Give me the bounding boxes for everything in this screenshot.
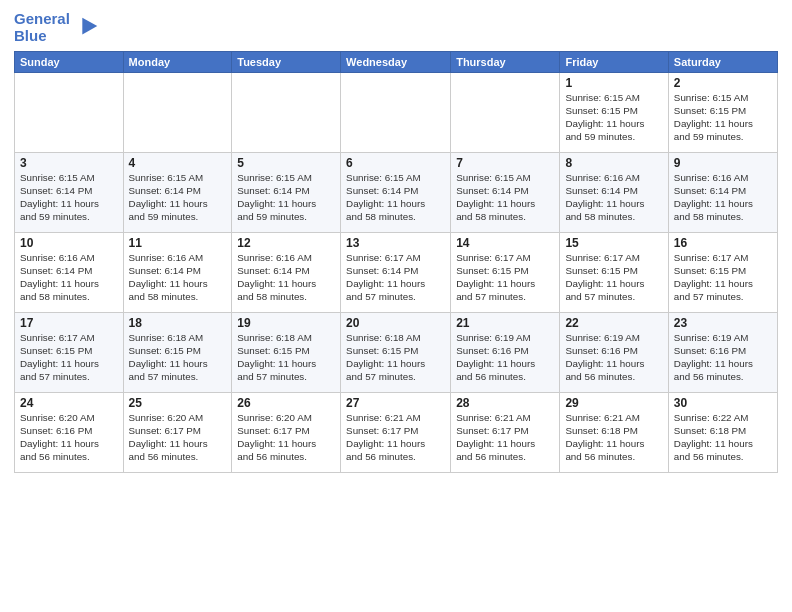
day-info: Sunrise: 6:15 AM Sunset: 6:14 PM Dayligh… — [129, 171, 227, 224]
week-row-0: 1Sunrise: 6:15 AM Sunset: 6:15 PM Daylig… — [15, 72, 778, 152]
day-info: Sunrise: 6:20 AM Sunset: 6:17 PM Dayligh… — [237, 411, 335, 464]
day-number: 29 — [565, 396, 662, 410]
day-number: 4 — [129, 156, 227, 170]
calendar-cell: 21Sunrise: 6:19 AM Sunset: 6:16 PM Dayli… — [451, 312, 560, 392]
day-info: Sunrise: 6:18 AM Sunset: 6:15 PM Dayligh… — [237, 331, 335, 384]
calendar-cell: 15Sunrise: 6:17 AM Sunset: 6:15 PM Dayli… — [560, 232, 668, 312]
day-number: 23 — [674, 316, 772, 330]
calendar-cell: 26Sunrise: 6:20 AM Sunset: 6:17 PM Dayli… — [232, 392, 341, 472]
day-number: 20 — [346, 316, 445, 330]
calendar-cell: 23Sunrise: 6:19 AM Sunset: 6:16 PM Dayli… — [668, 312, 777, 392]
calendar-cell: 19Sunrise: 6:18 AM Sunset: 6:15 PM Dayli… — [232, 312, 341, 392]
day-number: 5 — [237, 156, 335, 170]
logo-general: General — [14, 10, 70, 27]
day-info: Sunrise: 6:16 AM Sunset: 6:14 PM Dayligh… — [674, 171, 772, 224]
week-row-4: 24Sunrise: 6:20 AM Sunset: 6:16 PM Dayli… — [15, 392, 778, 472]
day-info: Sunrise: 6:15 AM Sunset: 6:14 PM Dayligh… — [346, 171, 445, 224]
calendar-cell: 12Sunrise: 6:16 AM Sunset: 6:14 PM Dayli… — [232, 232, 341, 312]
calendar-cell: 11Sunrise: 6:16 AM Sunset: 6:14 PM Dayli… — [123, 232, 232, 312]
calendar-cell — [232, 72, 341, 152]
calendar-cell: 29Sunrise: 6:21 AM Sunset: 6:18 PM Dayli… — [560, 392, 668, 472]
day-number: 12 — [237, 236, 335, 250]
day-info: Sunrise: 6:21 AM Sunset: 6:18 PM Dayligh… — [565, 411, 662, 464]
calendar-cell: 16Sunrise: 6:17 AM Sunset: 6:15 PM Dayli… — [668, 232, 777, 312]
day-info: Sunrise: 6:21 AM Sunset: 6:17 PM Dayligh… — [456, 411, 554, 464]
day-info: Sunrise: 6:18 AM Sunset: 6:15 PM Dayligh… — [346, 331, 445, 384]
logo-text: General Blue — [14, 10, 70, 45]
day-info: Sunrise: 6:18 AM Sunset: 6:15 PM Dayligh… — [129, 331, 227, 384]
day-info: Sunrise: 6:19 AM Sunset: 6:16 PM Dayligh… — [674, 331, 772, 384]
day-number: 17 — [20, 316, 118, 330]
calendar-cell: 25Sunrise: 6:20 AM Sunset: 6:17 PM Dayli… — [123, 392, 232, 472]
weekday-monday: Monday — [123, 51, 232, 72]
day-info: Sunrise: 6:22 AM Sunset: 6:18 PM Dayligh… — [674, 411, 772, 464]
day-number: 14 — [456, 236, 554, 250]
week-row-3: 17Sunrise: 6:17 AM Sunset: 6:15 PM Dayli… — [15, 312, 778, 392]
calendar-cell — [15, 72, 124, 152]
day-info: Sunrise: 6:15 AM Sunset: 6:15 PM Dayligh… — [565, 91, 662, 144]
calendar-cell: 30Sunrise: 6:22 AM Sunset: 6:18 PM Dayli… — [668, 392, 777, 472]
day-info: Sunrise: 6:16 AM Sunset: 6:14 PM Dayligh… — [565, 171, 662, 224]
day-info: Sunrise: 6:16 AM Sunset: 6:14 PM Dayligh… — [20, 251, 118, 304]
calendar-cell: 27Sunrise: 6:21 AM Sunset: 6:17 PM Dayli… — [341, 392, 451, 472]
day-info: Sunrise: 6:15 AM Sunset: 6:14 PM Dayligh… — [456, 171, 554, 224]
calendar-cell: 14Sunrise: 6:17 AM Sunset: 6:15 PM Dayli… — [451, 232, 560, 312]
day-number: 24 — [20, 396, 118, 410]
weekday-row: SundayMondayTuesdayWednesdayThursdayFrid… — [15, 51, 778, 72]
calendar-cell: 28Sunrise: 6:21 AM Sunset: 6:17 PM Dayli… — [451, 392, 560, 472]
day-number: 25 — [129, 396, 227, 410]
logo-blue: Blue — [14, 27, 47, 44]
day-number: 30 — [674, 396, 772, 410]
day-info: Sunrise: 6:17 AM Sunset: 6:15 PM Dayligh… — [565, 251, 662, 304]
calendar-cell: 7Sunrise: 6:15 AM Sunset: 6:14 PM Daylig… — [451, 152, 560, 232]
day-number: 28 — [456, 396, 554, 410]
calendar-cell — [451, 72, 560, 152]
calendar-cell: 2Sunrise: 6:15 AM Sunset: 6:15 PM Daylig… — [668, 72, 777, 152]
day-number: 1 — [565, 76, 662, 90]
calendar-cell: 1Sunrise: 6:15 AM Sunset: 6:15 PM Daylig… — [560, 72, 668, 152]
weekday-wednesday: Wednesday — [341, 51, 451, 72]
calendar-cell: 24Sunrise: 6:20 AM Sunset: 6:16 PM Dayli… — [15, 392, 124, 472]
day-number: 3 — [20, 156, 118, 170]
day-info: Sunrise: 6:19 AM Sunset: 6:16 PM Dayligh… — [565, 331, 662, 384]
day-info: Sunrise: 6:17 AM Sunset: 6:15 PM Dayligh… — [456, 251, 554, 304]
calendar-header: SundayMondayTuesdayWednesdayThursdayFrid… — [15, 51, 778, 72]
logo-icon — [73, 13, 101, 41]
calendar-cell: 10Sunrise: 6:16 AM Sunset: 6:14 PM Dayli… — [15, 232, 124, 312]
week-row-1: 3Sunrise: 6:15 AM Sunset: 6:14 PM Daylig… — [15, 152, 778, 232]
day-number: 18 — [129, 316, 227, 330]
day-info: Sunrise: 6:21 AM Sunset: 6:17 PM Dayligh… — [346, 411, 445, 464]
day-number: 27 — [346, 396, 445, 410]
calendar-cell: 4Sunrise: 6:15 AM Sunset: 6:14 PM Daylig… — [123, 152, 232, 232]
day-number: 2 — [674, 76, 772, 90]
logo: General Blue — [14, 10, 101, 45]
calendar-cell: 22Sunrise: 6:19 AM Sunset: 6:16 PM Dayli… — [560, 312, 668, 392]
day-number: 16 — [674, 236, 772, 250]
day-info: Sunrise: 6:17 AM Sunset: 6:15 PM Dayligh… — [674, 251, 772, 304]
day-info: Sunrise: 6:19 AM Sunset: 6:16 PM Dayligh… — [456, 331, 554, 384]
calendar-cell: 18Sunrise: 6:18 AM Sunset: 6:15 PM Dayli… — [123, 312, 232, 392]
day-number: 6 — [346, 156, 445, 170]
day-number: 13 — [346, 236, 445, 250]
calendar-cell: 3Sunrise: 6:15 AM Sunset: 6:14 PM Daylig… — [15, 152, 124, 232]
calendar-cell: 20Sunrise: 6:18 AM Sunset: 6:15 PM Dayli… — [341, 312, 451, 392]
day-number: 26 — [237, 396, 335, 410]
day-info: Sunrise: 6:16 AM Sunset: 6:14 PM Dayligh… — [129, 251, 227, 304]
page: General Blue SundayMondayTuesdayWednesda… — [0, 0, 792, 612]
weekday-saturday: Saturday — [668, 51, 777, 72]
day-number: 7 — [456, 156, 554, 170]
day-info: Sunrise: 6:15 AM Sunset: 6:15 PM Dayligh… — [674, 91, 772, 144]
day-number: 9 — [674, 156, 772, 170]
calendar-cell — [341, 72, 451, 152]
day-info: Sunrise: 6:17 AM Sunset: 6:15 PM Dayligh… — [20, 331, 118, 384]
day-number: 8 — [565, 156, 662, 170]
calendar-cell: 6Sunrise: 6:15 AM Sunset: 6:14 PM Daylig… — [341, 152, 451, 232]
weekday-thursday: Thursday — [451, 51, 560, 72]
day-number: 10 — [20, 236, 118, 250]
day-info: Sunrise: 6:16 AM Sunset: 6:14 PM Dayligh… — [237, 251, 335, 304]
day-info: Sunrise: 6:20 AM Sunset: 6:16 PM Dayligh… — [20, 411, 118, 464]
day-info: Sunrise: 6:20 AM Sunset: 6:17 PM Dayligh… — [129, 411, 227, 464]
header: General Blue — [14, 10, 778, 45]
day-number: 21 — [456, 316, 554, 330]
calendar-body: 1Sunrise: 6:15 AM Sunset: 6:15 PM Daylig… — [15, 72, 778, 472]
